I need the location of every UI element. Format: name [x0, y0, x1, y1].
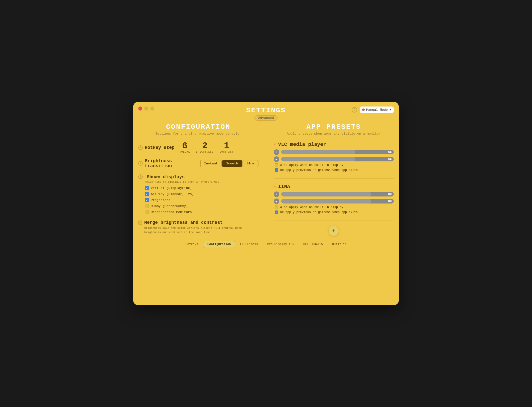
hotkey-brightness: 2 BRIGHTNESS: [196, 142, 214, 153]
transition-buttons: Instant Smooth Slow: [200, 160, 258, 167]
window-title: SETTINGS: [246, 107, 286, 114]
config-subtitle: Settings for changing adaptive mode beha…: [138, 132, 258, 136]
vlc-reapply-checkbox[interactable]: ✓: [275, 168, 278, 172]
vlc-brightness-value: 66: [388, 150, 392, 154]
transition-slow[interactable]: Slow: [242, 160, 258, 167]
transition-smooth[interactable]: Smooth: [222, 160, 242, 167]
checkbox-projectors-label: Projectors: [151, 198, 170, 202]
iina-brightness-row: ☀ 80: [274, 191, 394, 197]
iina-reapply-row: ✓ Re-apply previous brightness when app …: [275, 211, 394, 214]
merge-title: Merge brightness and contrast: [144, 220, 223, 225]
tab-built-in[interactable]: Built-in: [328, 241, 351, 248]
shown-displays-subtitle: Which kind of displays to show in Prefer…: [145, 180, 258, 183]
transition-instant[interactable]: Instant: [200, 160, 222, 167]
vlc-contrast-icon: ◑: [274, 156, 279, 162]
merge-title-row: Merge brightness and contrast: [138, 220, 258, 225]
vlc-brightness-fill: [281, 150, 356, 154]
hotkey-contrast-number: 1: [224, 142, 229, 151]
vlc-contrast-value: 66: [388, 157, 392, 161]
mode-dropdown[interactable]: Manual Mode ▾: [360, 107, 394, 113]
hotkey-volume-number: 6: [182, 142, 188, 151]
brightness-info-icon[interactable]: i: [138, 161, 143, 166]
merge-checkbox-input[interactable]: [138, 221, 142, 225]
hotkey-brightness-label: BRIGHTNESS: [196, 151, 214, 153]
hotkey-volume-label: VOLUME: [180, 151, 190, 153]
checkbox-airplay-label: AirPlay (Sidecar, TVs): [151, 192, 194, 196]
mode-dot: [362, 109, 365, 111]
iina-also-apply-row: Also apply when on built-in display: [275, 206, 394, 209]
tab-led-cinema[interactable]: LED Cinema: [236, 241, 262, 248]
merge-subtitle: Brightness keys and Quick Actions slider…: [144, 226, 258, 234]
merge-section: Merge brightness and contrast Brightness…: [138, 220, 258, 234]
bottom-tabs: Hotkeys Configuration LED Cinema Pro Dis…: [133, 241, 399, 248]
dropdown-arrow: ▾: [389, 108, 391, 112]
tab-hotkeys[interactable]: Hotkeys: [182, 241, 202, 248]
hotkey-brightness-number: 2: [202, 142, 208, 151]
iina-name: IINA: [278, 184, 290, 189]
vlc-also-apply-checkbox[interactable]: [275, 163, 278, 167]
hotkey-step-row: i Hotkey step 6 VOLUME 2 BRIGHTNESS 1 CO…: [138, 142, 258, 153]
vlc-contrast-fill: [281, 157, 356, 161]
tab-configuration[interactable]: Configuration: [203, 241, 235, 248]
shown-displays-info-icon[interactable]: i: [138, 174, 143, 179]
checkbox-airplay-input[interactable]: ✓: [145, 192, 149, 196]
checkbox-virtual-label: Virtual (DisplayLink): [151, 186, 192, 190]
iina-also-apply-label: Also apply when on built-in display: [280, 206, 343, 209]
presets-title: APP PRESETS: [274, 123, 394, 131]
checkbox-dummy: Dummy (BetterDummy): [145, 204, 258, 208]
iina-brightness-track[interactable]: 80: [281, 192, 394, 196]
iina-reapply-checkbox[interactable]: ✓: [275, 211, 278, 214]
iina-remove-btn[interactable]: ✕: [274, 185, 276, 189]
app-preset-iina: ✕ IINA ☀ 80 ◑ 80: [274, 184, 394, 221]
checkbox-virtual: ✓ Virtual (DisplayLink): [145, 186, 258, 190]
iina-contrast-value: 80: [388, 199, 392, 203]
title-section: SETTINGS Advanced: [246, 107, 286, 121]
settings-window: SETTINGS Advanced ? Manual Mode ▾ CONFIG…: [133, 102, 399, 305]
add-preset-button[interactable]: +: [329, 226, 339, 236]
iina-reapply-label: Re-apply previous brightness when app ex…: [280, 211, 358, 214]
presets-subtitle: Apply presets when apps are visible on a…: [274, 132, 394, 136]
mode-label: Manual Mode: [366, 108, 388, 112]
hotkey-info-icon[interactable]: i: [138, 145, 143, 150]
checkbox-disconnected: Disconnected monitors: [145, 210, 258, 214]
iina-brightness-fill: [281, 192, 371, 196]
checkbox-virtual-input[interactable]: ✓: [145, 186, 149, 190]
iina-contrast-row: ◑ 80: [274, 198, 394, 204]
iina-contrast-fill: [281, 199, 371, 204]
checkbox-dummy-input[interactable]: [145, 204, 149, 208]
advanced-badge: Advanced: [254, 115, 278, 121]
vlc-name: VLC media player: [278, 142, 326, 147]
tab-dell-u3419w[interactable]: DELL U3419W: [299, 241, 327, 248]
vlc-also-apply-row: Also apply when on built-in display: [275, 163, 394, 167]
checkbox-airplay: ✓ AirPlay (Sidecar, TVs): [145, 192, 258, 196]
iina-contrast-track[interactable]: 80: [281, 199, 394, 204]
add-icon: +: [332, 228, 335, 234]
iina-also-apply-checkbox[interactable]: [275, 206, 278, 209]
close-button[interactable]: [138, 107, 142, 111]
help-icon[interactable]: ?: [352, 107, 357, 113]
left-panel: CONFIGURATION Settings for changing adap…: [138, 123, 266, 236]
minimize-button[interactable]: [144, 107, 148, 111]
add-btn-row: +: [274, 226, 394, 236]
vlc-also-apply-label: Also apply when on built-in display: [280, 163, 343, 167]
vlc-reapply-label: Re-apply previous brightness when app ex…: [280, 168, 358, 172]
checkbox-projectors-input[interactable]: ✓: [145, 198, 149, 202]
vlc-contrast-track[interactable]: 66: [281, 157, 394, 161]
vlc-brightness-row: ☀ 66: [274, 149, 394, 155]
vlc-brightness-track[interactable]: 66: [281, 150, 394, 154]
main-content: CONFIGURATION Settings for changing adap…: [133, 123, 399, 236]
vlc-remove-btn[interactable]: ✕: [274, 143, 276, 147]
checkbox-disconnected-input[interactable]: [145, 210, 149, 214]
vlc-reapply-row: ✓ Re-apply previous brightness when app …: [275, 168, 394, 172]
hotkey-contrast: 1 CONTRAST: [220, 142, 234, 153]
maximize-button[interactable]: [150, 107, 154, 111]
titlebar: SETTINGS Advanced ? Manual Mode ▾: [133, 102, 399, 121]
checkbox-projectors: ✓ Projectors: [145, 198, 258, 202]
app-preset-vlc: ✕ VLC media player ☀ 66 ◑ 66: [274, 142, 394, 179]
checkbox-disconnected-label: Disconnected monitors: [151, 210, 192, 214]
tab-pro-display-xdr[interactable]: Pro Display XDR: [263, 241, 298, 248]
header-right: ? Manual Mode ▾: [352, 107, 394, 113]
vlc-header: ✕ VLC media player: [274, 142, 394, 147]
brightness-transition-label: Brightness transition: [145, 158, 195, 168]
hotkey-volume: 6 VOLUME: [180, 142, 190, 153]
